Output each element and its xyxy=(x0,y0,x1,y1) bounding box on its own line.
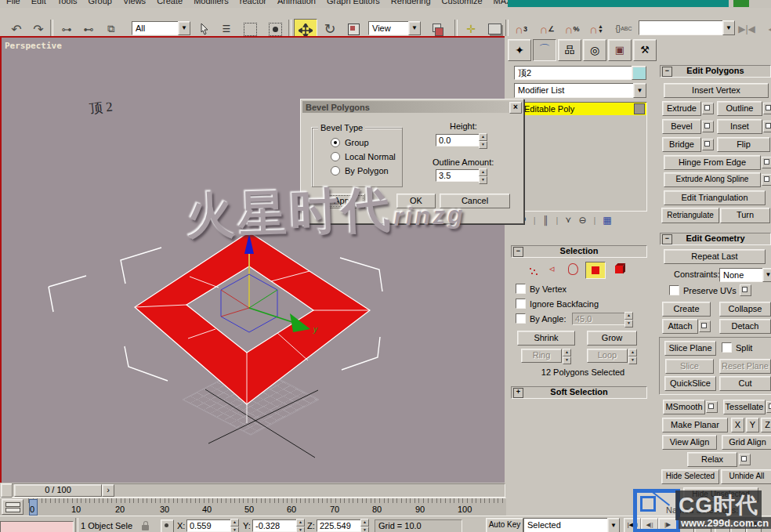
bevel-type-group-radio[interactable]: Group xyxy=(331,138,369,147)
modifier-list-arrow[interactable]: ▼ xyxy=(633,83,646,98)
configure-modifier-sets-icon[interactable]: ▦ xyxy=(603,215,611,226)
menu-create[interactable]: Create xyxy=(157,0,183,5)
grid-align-button[interactable]: Grid Align xyxy=(722,435,771,450)
retriangulate-button[interactable]: Retriangulate xyxy=(661,208,719,223)
z-coord-field[interactable]: 225.549 xyxy=(317,519,363,532)
extrude-along-spline-settings-icon[interactable] xyxy=(762,174,771,186)
modifier-stack-list[interactable]: Editable Poly xyxy=(512,102,647,212)
tab-create[interactable]: ✦ xyxy=(508,39,531,61)
remove-modifier-icon[interactable]: ⊖ xyxy=(578,215,586,226)
make-planar-button[interactable]: Make Planar xyxy=(662,418,728,432)
bevel-button[interactable]: Bevel xyxy=(662,119,701,134)
go-to-start-button[interactable]: |◀◀ xyxy=(624,518,641,532)
tab-hierarchy[interactable]: 品 xyxy=(558,39,581,61)
attach-settings-icon[interactable] xyxy=(699,320,711,332)
absolute-offset-toggle-icon[interactable] xyxy=(161,519,174,532)
menu-reactor[interactable]: reactor xyxy=(240,0,266,5)
by-vertex-row[interactable]: By Vertex xyxy=(516,284,566,294)
outline-amount-field[interactable]: 3.5 xyxy=(436,169,480,182)
named-selection-sets-arrow[interactable]: ▼ xyxy=(722,20,735,35)
outline-button[interactable]: Outline xyxy=(717,101,762,116)
time-slider-left-button[interactable] xyxy=(1,483,13,498)
bridge-settings-icon[interactable] xyxy=(702,139,714,150)
repeat-last-button[interactable]: Repeat Last xyxy=(664,249,766,264)
height-field[interactable]: 0.0 xyxy=(436,134,480,147)
group-radio[interactable] xyxy=(331,138,340,147)
constraints-arrow[interactable]: ▼ xyxy=(762,268,771,282)
split-row[interactable]: Split xyxy=(722,342,752,353)
tab-motion[interactable]: ◎ xyxy=(583,39,606,61)
ok-button[interactable]: OK xyxy=(396,194,436,208)
view-align-button[interactable]: View Align xyxy=(662,435,717,450)
trackbar-mode-icon[interactable] xyxy=(2,499,24,515)
grow-button[interactable]: Grow xyxy=(587,331,637,346)
planar-x-button[interactable]: X xyxy=(731,418,744,432)
time-slider-handle[interactable]: 0 / 100 xyxy=(14,484,102,497)
selection-filter-arrow[interactable]: ▼ xyxy=(178,21,190,35)
turn-button[interactable]: Turn xyxy=(720,208,770,223)
loop-button[interactable]: Loop xyxy=(587,349,628,363)
time-slider-track[interactable]: 0 / 100 › xyxy=(12,483,505,498)
pan-viewport-icon[interactable]: ▢ xyxy=(730,518,746,532)
tab-display[interactable]: ▣ xyxy=(608,39,632,61)
extrude-along-spline-button[interactable]: Extrude Along Spline xyxy=(664,172,761,187)
edge-subobject-icon[interactable]: ◃ xyxy=(543,262,560,276)
collapse-button[interactable]: Collapse xyxy=(719,302,771,317)
bevel-settings-icon[interactable] xyxy=(702,121,714,132)
play-button[interactable]: |▶ xyxy=(658,518,677,532)
previous-key-button[interactable]: ◀|| xyxy=(641,518,658,532)
selection-filter-dropdown[interactable]: All xyxy=(132,21,182,35)
by-polygon-radio[interactable] xyxy=(331,166,340,176)
planar-z-button[interactable]: Z xyxy=(761,418,771,432)
reference-coordinate-dropdown[interactable]: View xyxy=(368,21,412,35)
msmooth-settings-icon[interactable] xyxy=(706,401,718,413)
next-frame-button[interactable]: › xyxy=(102,484,114,497)
maximize-viewport-icon[interactable]: ⬒ xyxy=(746,518,762,532)
edit-triangulation-button[interactable]: Edit Triangulation xyxy=(664,190,766,205)
key-filter-arrow[interactable]: ▼ xyxy=(607,518,620,532)
outline-amount-spinner[interactable]: ▲▼ xyxy=(479,168,487,184)
zoom-viewport-icon[interactable]: ⊕ xyxy=(715,518,730,532)
menu-animation[interactable]: Animation xyxy=(277,0,316,5)
shrink-button[interactable]: Shrink xyxy=(517,331,575,346)
make-unique-icon[interactable]: ⋎ xyxy=(565,215,571,225)
border-subobject-icon[interactable] xyxy=(564,262,581,276)
height-spinner[interactable]: ▲▼ xyxy=(479,133,487,149)
y-coord-field[interactable]: -0.328 xyxy=(252,519,299,532)
edit-geometry-rollout-header[interactable]: − Edit Geometry xyxy=(660,233,771,245)
relax-settings-icon[interactable] xyxy=(739,454,751,465)
planar-y-button[interactable]: Y xyxy=(746,418,759,432)
selection-lock-icon[interactable] xyxy=(141,521,150,530)
menu-rendering[interactable]: Rendering xyxy=(391,0,431,5)
msmooth-button[interactable]: MSmooth xyxy=(663,400,705,414)
by-vertex-checkbox[interactable] xyxy=(516,284,526,294)
attach-button[interactable]: Attach xyxy=(662,319,698,334)
reference-coordinate-arrow[interactable]: ▼ xyxy=(408,21,421,35)
menu-modifiers[interactable]: Modifiers xyxy=(194,0,229,5)
preserve-uvs-settings-icon[interactable] xyxy=(740,284,751,296)
named-selection-sets-field[interactable] xyxy=(639,20,723,35)
x-coord-field[interactable]: 0.559 xyxy=(186,519,233,532)
menu-group[interactable]: Group xyxy=(88,0,112,5)
relax-button[interactable]: Relax xyxy=(687,452,737,467)
ring-button[interactable]: Ring xyxy=(521,349,562,363)
hide-unselected-button[interactable]: Hide Unselected xyxy=(683,487,758,502)
modifier-list-dropdown[interactable]: Modifier List xyxy=(514,83,638,98)
quickslice-button[interactable]: QuickSlice xyxy=(664,376,716,391)
show-end-result-icon[interactable]: ║ xyxy=(543,215,549,225)
next-key-button[interactable]: ||▶ xyxy=(677,518,694,532)
flip-button[interactable]: Flip xyxy=(717,137,770,152)
object-name-field[interactable]: 顶2 xyxy=(514,66,635,80)
auto-key-button[interactable]: Auto Key xyxy=(486,518,523,532)
cut-button[interactable]: Cut xyxy=(719,376,771,391)
inset-button[interactable]: Inset xyxy=(717,119,762,134)
bevel-type-local-normal-radio[interactable]: Local Normal xyxy=(331,152,396,161)
insert-vertex-button[interactable]: Insert Vertex xyxy=(664,83,769,98)
extrude-settings-icon[interactable] xyxy=(702,103,714,114)
preserve-uvs-row[interactable]: Preserve UVs xyxy=(669,285,737,295)
dialog-titlebar[interactable]: Bevel Polygons xyxy=(302,101,523,113)
tessellate-settings-icon[interactable] xyxy=(766,401,771,413)
tab-modify[interactable]: ⌒ xyxy=(533,39,556,61)
apply-button[interactable]: Apply xyxy=(324,194,365,208)
track-bar[interactable]: 0 10 20 30 40 50 60 70 80 90 100 xyxy=(0,498,506,516)
